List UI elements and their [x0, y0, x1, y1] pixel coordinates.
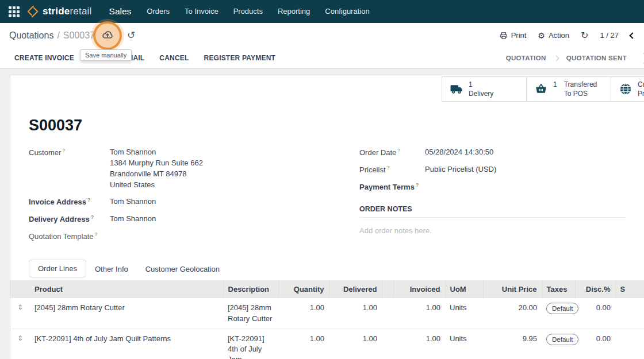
- order-date-label-text: Order Date: [359, 148, 396, 157]
- preview-label-line2: Pre: [638, 89, 644, 98]
- order-notes-heading: ORDER NOTES: [359, 205, 626, 218]
- refresh-button[interactable]: ↻: [581, 31, 588, 40]
- brand-stride: stride: [43, 6, 70, 17]
- nav-item-configuration[interactable]: Configuration: [317, 0, 377, 23]
- order-line-row-1[interactable]: ⇕ [2045] 28mm Rotary Cutter [2045] 28mm …: [10, 298, 644, 329]
- delivery-label: Delivery: [469, 89, 493, 98]
- col-handle: [10, 280, 30, 298]
- cell-description[interactable]: [KT-22091] 4th of July Jam: [223, 329, 278, 359]
- order-lines-table-wrap: Product Description Quantity Delivered I…: [10, 280, 644, 359]
- cell-delivered[interactable]: 1.00: [329, 298, 382, 329]
- breadcrumb: Quotations / S00037: [9, 30, 95, 41]
- register-payment-button[interactable]: REGISTER PAYMENT: [204, 54, 276, 62]
- help-marker: ?: [87, 197, 91, 203]
- nav-item-products[interactable]: Products: [226, 0, 270, 23]
- printer-icon: [500, 32, 508, 40]
- pager-count[interactable]: 1 / 27: [600, 31, 619, 40]
- apps-grid-icon[interactable]: [7, 5, 21, 18]
- customer-name[interactable]: Tom Shannon: [110, 147, 203, 158]
- print-label: Print: [511, 31, 527, 40]
- cell-subtotal[interactable]: [615, 298, 644, 329]
- cell-delivered[interactable]: 1.00: [329, 329, 382, 359]
- order-date-field: Order Date? 05/28/2024 14:30:50: [359, 147, 626, 158]
- nav-item-reporting[interactable]: Reporting: [270, 0, 317, 23]
- payment-terms-field: Payment Terms?: [359, 182, 626, 191]
- pager-previous-button[interactable]: [630, 31, 635, 40]
- form-right-column: Order Date? 05/28/2024 14:30:50 Pricelis…: [348, 147, 626, 247]
- create-invoice-button[interactable]: CREATE INVOICE: [14, 54, 74, 62]
- pos-smart-button[interactable]: 1 Transfered To POS: [526, 76, 611, 102]
- cell-description[interactable]: [2045] 28mm Rotary Cutter: [223, 298, 278, 329]
- status-next-arrow-icon: [639, 52, 644, 64]
- delivery-address-value[interactable]: Tom Shannon: [110, 214, 156, 225]
- cell-product[interactable]: [KT-22091] 4th of July Jam Quilt Pattern…: [30, 329, 223, 359]
- invoice-address-value[interactable]: Tom Shannon: [110, 196, 156, 207]
- cell-quantity[interactable]: 1.00: [278, 298, 329, 329]
- order-lines-table: Product Description Quantity Delivered I…: [10, 280, 644, 359]
- print-button[interactable]: Print: [500, 31, 527, 40]
- pricelist-field: Pricelist? Public Pricelist (USD): [359, 164, 626, 175]
- nav-item-orders[interactable]: Orders: [139, 0, 177, 23]
- customer-value[interactable]: Tom Shannon 1384 Murphy Run Suite 662 Br…: [110, 147, 203, 190]
- status-quotation-sent[interactable]: QUOTATION SENT: [558, 55, 635, 61]
- status-quotation[interactable]: QUOTATION: [498, 55, 554, 61]
- customer-address-line3: United States: [110, 180, 203, 191]
- delivery-count: 1: [469, 80, 493, 89]
- order-date-value[interactable]: 05/28/2024 14:30:50: [425, 147, 493, 158]
- save-manually-button[interactable]: [101, 29, 114, 42]
- tab-customer-geolocation[interactable]: Customer Geolocation: [137, 261, 228, 277]
- breadcrumb-separator: /: [57, 30, 59, 41]
- delivery-smart-button[interactable]: 1 Delivery: [442, 76, 527, 102]
- cell-invoiced[interactable]: 1.00: [393, 298, 445, 329]
- invoice-address-label-text: Invoice Address: [29, 198, 86, 207]
- nav-app-sales[interactable]: Sales: [101, 0, 140, 23]
- cell-unit-price[interactable]: 9.95: [483, 329, 542, 359]
- help-marker: ?: [416, 182, 419, 188]
- col-invoiced: Invoiced: [393, 280, 445, 298]
- gear-icon: ⚙: [538, 32, 545, 40]
- discard-button[interactable]: ↺: [127, 30, 135, 40]
- help-marker: ?: [397, 148, 400, 153]
- action-button[interactable]: ⚙ Action: [538, 31, 569, 40]
- customer-label-text: Customer: [29, 148, 61, 157]
- cell-taxes[interactable]: Default: [542, 298, 575, 329]
- cell-taxes[interactable]: Default: [542, 329, 575, 359]
- col-taxes: Taxes: [542, 280, 575, 298]
- basket-icon: [535, 83, 547, 95]
- delivery-address-label-text: Delivery Address: [29, 215, 90, 224]
- truck-icon: [450, 83, 463, 95]
- cell-discount[interactable]: 0.00: [575, 329, 615, 359]
- smart-buttons: 1 Delivery 1 Transfered To POS: [10, 75, 644, 102]
- drag-handle-icon[interactable]: ⇕: [17, 303, 23, 311]
- cell-unit-price[interactable]: 20.00: [483, 298, 542, 329]
- breadcrumb-quotations-link[interactable]: Quotations: [9, 30, 53, 41]
- cell-subtotal[interactable]: [615, 329, 644, 359]
- cancel-button[interactable]: CANCEL: [159, 54, 189, 62]
- pos-label-line2: To POS: [564, 89, 597, 98]
- pos-label-line1: Transfered: [564, 80, 597, 89]
- cell-spacer: [382, 298, 393, 329]
- pricelist-value[interactable]: Public Pricelist (USD): [425, 164, 496, 175]
- breadcrumb-current: S00037: [63, 30, 95, 41]
- invoice-address-label: Invoice Address?: [29, 196, 110, 207]
- cell-spacer: [382, 329, 393, 359]
- cell-product[interactable]: [2045] 28mm Rotary Cutter: [30, 298, 223, 329]
- brand-logo[interactable]: strideretail: [26, 5, 92, 18]
- tab-other-info[interactable]: Other Info: [86, 261, 137, 277]
- cell-uom[interactable]: Units: [445, 298, 483, 329]
- order-line-row-2[interactable]: ⇕ [KT-22091] 4th of July Jam Quilt Patte…: [10, 329, 644, 359]
- cell-uom[interactable]: Units: [445, 329, 483, 359]
- tax-badge[interactable]: Default: [546, 334, 578, 345]
- cell-invoiced[interactable]: 1.00: [393, 329, 445, 359]
- customer-field: Customer? Tom Shannon 1384 Murphy Run Su…: [29, 147, 348, 190]
- drag-handle-icon[interactable]: ⇕: [17, 334, 23, 342]
- order-notes-input[interactable]: Add order notes here.: [359, 226, 626, 235]
- nav-item-to-invoice[interactable]: To Invoice: [177, 0, 226, 23]
- customer-preview-smart-button[interactable]: Cus Pre: [611, 76, 644, 102]
- tab-order-lines[interactable]: Order Lines: [29, 260, 86, 277]
- cell-discount[interactable]: 0.00: [575, 298, 615, 329]
- content-area: 1 Delivery 1 Transfered To POS: [0, 69, 644, 359]
- save-area: Save manually: [99, 28, 116, 44]
- cell-quantity[interactable]: 1.00: [278, 329, 329, 359]
- tax-badge[interactable]: Default: [546, 303, 578, 314]
